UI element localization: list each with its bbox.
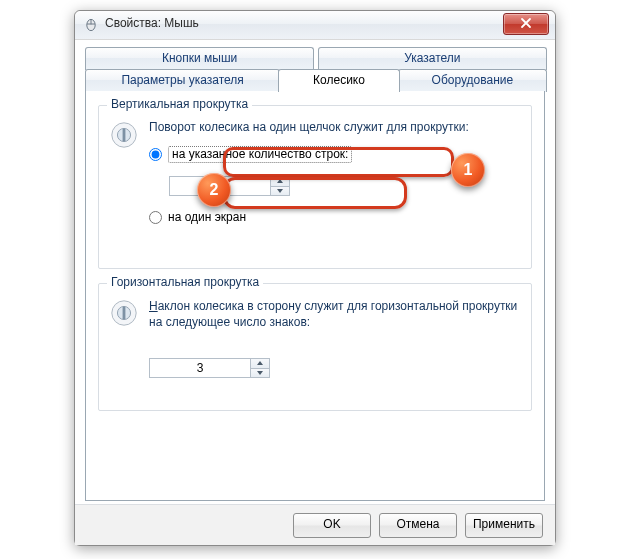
- tab-strip: Кнопки мыши Указатели Параметры указател…: [81, 45, 549, 95]
- annotation-marker-2: 2: [197, 173, 231, 207]
- lines-spinner-down[interactable]: [271, 187, 289, 196]
- tab-buttons[interactable]: Кнопки мыши: [85, 47, 314, 70]
- tab-pointer-options[interactable]: Параметры указателя: [85, 69, 280, 92]
- svg-rect-3: [123, 128, 126, 141]
- radio-screen-label: на один экран: [168, 210, 246, 224]
- window-title: Свойства: Мышь: [105, 16, 199, 30]
- lines-spinner-up[interactable]: [271, 177, 289, 187]
- radio-lines-row[interactable]: на указанное количество строк:: [149, 146, 352, 163]
- wheel-icon: [109, 298, 139, 328]
- horizontal-text: Наклон колесика в сторону служит для гор…: [149, 298, 519, 330]
- close-button[interactable]: [503, 13, 549, 35]
- horiz-spinner-down[interactable]: [251, 369, 269, 378]
- tab-wheel[interactable]: Колесико: [278, 69, 400, 92]
- group-horizontal-scroll: Горизонтальная прокрутка Наклон колесика…: [98, 283, 532, 411]
- apply-button[interactable]: Применить: [465, 513, 543, 538]
- radio-screen-row[interactable]: на один экран: [149, 210, 246, 224]
- horiz-spinner-up[interactable]: [251, 359, 269, 369]
- radio-lines[interactable]: [149, 148, 162, 161]
- radio-lines-label: на указанное количество строк:: [168, 146, 352, 163]
- horiz-spinner[interactable]: 3: [149, 358, 270, 378]
- group-vertical-scroll: Вертикальная прокрутка Поворот колесика …: [98, 105, 532, 269]
- horiz-spinner-value[interactable]: 3: [150, 359, 250, 377]
- ok-button[interactable]: OK: [293, 513, 371, 538]
- dialog-footer: OK Отмена Применить: [75, 504, 555, 545]
- group-horizontal-legend: Горизонтальная прокрутка: [107, 275, 263, 289]
- vertical-heading: Поворот колесика на один щелчок служит д…: [149, 120, 521, 134]
- annotation-marker-1: 1: [451, 153, 485, 187]
- tab-hardware[interactable]: Оборудование: [398, 69, 547, 92]
- wheel-icon: [109, 120, 139, 150]
- titlebar[interactable]: Свойства: Мышь: [75, 11, 555, 40]
- mouse-properties-window: Свойства: Мышь Кнопки мыши Указатели Пар…: [74, 10, 556, 546]
- tab-page-wheel: Вертикальная прокрутка Поворот колесика …: [85, 91, 545, 501]
- cancel-button[interactable]: Отмена: [379, 513, 457, 538]
- svg-rect-6: [123, 306, 126, 319]
- radio-screen[interactable]: [149, 211, 162, 224]
- client-area: Кнопки мыши Указатели Параметры указател…: [81, 45, 549, 501]
- tab-pointers[interactable]: Указатели: [318, 47, 547, 70]
- group-vertical-legend: Вертикальная прокрутка: [107, 97, 252, 111]
- close-icon: [520, 17, 532, 29]
- mouse-icon: [83, 16, 99, 32]
